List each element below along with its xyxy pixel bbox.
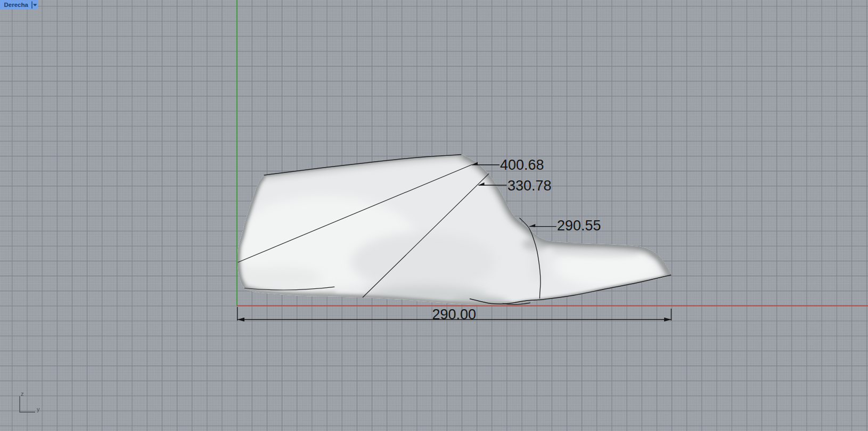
svg-text:400.68: 400.68 xyxy=(500,157,544,173)
svg-text:290.00: 290.00 xyxy=(432,306,477,322)
svg-text:z: z xyxy=(21,391,24,397)
svg-text:330.78: 330.78 xyxy=(507,178,552,194)
svg-text:Derecha: Derecha xyxy=(4,2,29,8)
svg-text:y: y xyxy=(37,406,40,412)
svg-text:290.55: 290.55 xyxy=(557,218,601,234)
